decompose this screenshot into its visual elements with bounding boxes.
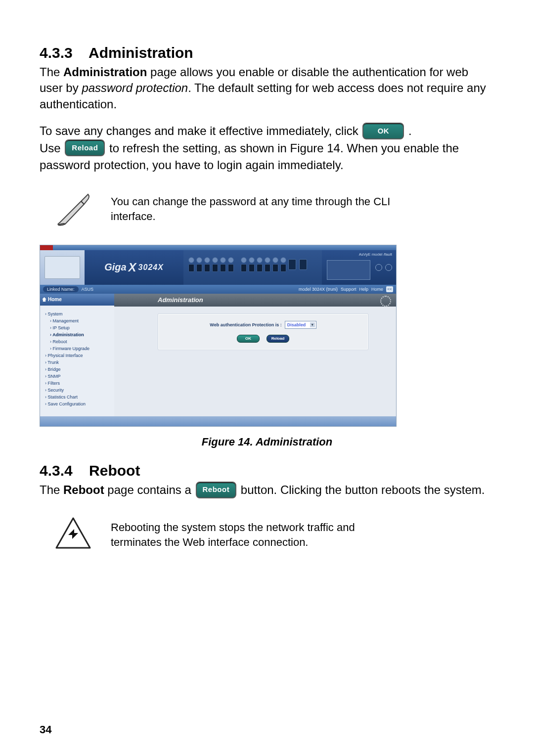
product-logo: Giga X 3024X <box>85 250 183 285</box>
figure-header: Giga X 3024X AsVyE model /fault <box>40 250 396 285</box>
infobar-model: model 3024X (truni) <box>299 287 338 292</box>
figure-main: Administration Web authentication Protec… <box>114 294 396 416</box>
infobar-label: Linked Name: <box>43 286 79 292</box>
nav-item[interactable]: Security <box>45 387 112 394</box>
figure-body: Home SystemManagementIP SetupAdministrat… <box>40 294 396 416</box>
ok-button[interactable]: OK <box>362 123 404 139</box>
warning-callout: Rebooting the system stops the network t… <box>51 513 494 557</box>
text: button. Clicking the button reboots the … <box>241 483 485 496</box>
warning-icon <box>51 513 95 557</box>
reload-button[interactable]: Reload <box>65 139 105 156</box>
reboot-paragraph-1: The Reboot page contains a Reboot button… <box>40 482 494 499</box>
nav-item[interactable]: Firmware Upgrade <box>45 345 112 352</box>
page-number: 34 <box>40 723 51 736</box>
infobar-value: ASUS <box>82 287 94 292</box>
nav-item[interactable]: Filters <box>45 380 112 387</box>
note-callout: You can change the password at any time … <box>51 187 494 231</box>
nav-item[interactable]: Administration <box>45 331 112 338</box>
reload-button[interactable]: Reload <box>267 335 289 343</box>
link-help[interactable]: Help <box>359 287 368 292</box>
port-panel <box>183 250 322 285</box>
logo-text-a: Giga <box>104 262 126 273</box>
text-bold: Reboot <box>63 483 104 496</box>
panel-heading-text: Administration <box>158 296 203 304</box>
header-right: AsVyE model /fault <box>322 250 396 285</box>
gear-icon <box>380 296 391 307</box>
text: The <box>40 65 63 79</box>
nav-item[interactable]: Management <box>45 317 112 324</box>
heading-number: 4.3.3 <box>40 44 73 61</box>
figure-topbar <box>40 245 396 250</box>
nav-item[interactable]: Trunk <box>45 359 112 366</box>
heading-reboot: 4.3.4 Reboot <box>40 462 494 479</box>
device-thumbnail <box>40 250 85 285</box>
link-home[interactable]: Home <box>371 287 383 292</box>
text-italic: password protection <box>82 81 188 94</box>
heading-title: Administration <box>89 44 193 61</box>
header-status-text: AsVyE model /fault <box>359 252 392 257</box>
settings-card: Web authentication Protection is : Disab… <box>158 313 368 350</box>
logo-x-icon: X <box>129 261 136 274</box>
header-icons <box>375 264 392 271</box>
text: page contains a <box>104 483 195 496</box>
heading-number: 4.3.4 <box>40 462 73 479</box>
nav-item[interactable]: SNMP <box>45 373 112 380</box>
nav-item[interactable]: Bridge <box>45 366 112 373</box>
chevron-down-icon: ▾ <box>310 322 315 327</box>
text: Use <box>40 141 64 155</box>
header-thumb <box>327 260 370 280</box>
figure-administration-screenshot: Giga X 3024X AsVyE model /fault <box>40 245 397 427</box>
text-bold: Administration <box>63 65 147 79</box>
page-toggle[interactable]: << <box>386 286 393 292</box>
nav-list: SystemManagementIP SetupAdministrationRe… <box>40 311 114 407</box>
heading-title: Reboot <box>89 462 140 479</box>
figure-footer <box>40 416 396 426</box>
uplink-ports <box>288 259 307 270</box>
nav-item[interactable]: Save Configuration <box>45 400 112 407</box>
logo-text-b: 3024X <box>138 263 164 272</box>
nav-item[interactable]: Physical Interface <box>45 352 112 359</box>
nav-item[interactable]: System <box>45 311 112 317</box>
figure-nav: Home SystemManagementIP SetupAdministrat… <box>40 294 114 416</box>
nav-item[interactable]: IP Setup <box>45 324 112 331</box>
note-icon <box>51 187 95 231</box>
text: . <box>408 124 412 137</box>
admin-paragraph-1: The Administration page allows you enabl… <box>40 64 494 112</box>
nav-home[interactable]: Home <box>40 294 114 306</box>
warning-text: Rebooting the system stops the network t… <box>111 520 407 549</box>
auth-label: Web authentication Protection is : <box>210 322 281 327</box>
figure-caption: Figure 14. Administration <box>40 436 494 448</box>
nav-item[interactable]: Statistics Chart <box>45 394 112 400</box>
heading-administration: 4.3.3 Administration <box>40 44 494 61</box>
figure-infobar: Linked Name: ASUS model 3024X (truni) Su… <box>40 285 396 294</box>
figure-brand-corner <box>40 245 53 250</box>
nav-item[interactable]: Reboot <box>45 338 112 345</box>
link-support[interactable]: Support <box>341 287 356 292</box>
reboot-button[interactable]: Reboot <box>196 482 237 498</box>
text: The <box>40 483 63 496</box>
ok-button[interactable]: OK <box>237 335 260 343</box>
panel-heading: Administration <box>114 294 396 307</box>
auth-select[interactable]: Disabled ▾ <box>285 321 316 329</box>
admin-paragraph-2: To save any changes and make it effectiv… <box>40 123 494 174</box>
document-page: 4.3.3 Administration The Administration … <box>0 0 534 756</box>
text: To save any changes and make it effectiv… <box>40 124 361 137</box>
auth-select-value: Disabled <box>287 322 306 327</box>
note-text: You can change the password at any time … <box>111 194 407 223</box>
